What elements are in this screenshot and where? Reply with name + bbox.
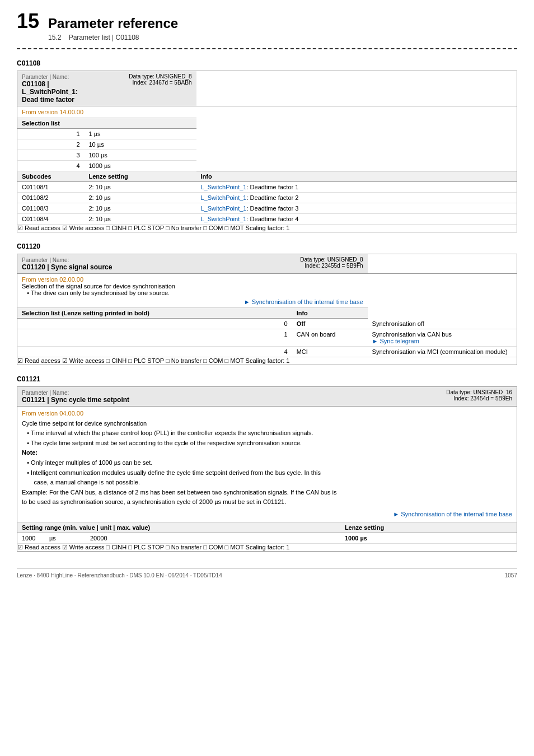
c01120-info-col: Info [292,308,368,319]
sel-num-3: 3 [17,150,85,161]
c01121-table: Parameter | Name: C01121 | Sync cycle ti… [17,386,517,552]
c01121-param-label: Parameter | Name: [22,390,69,396]
c01120-param-label: Parameter | Name: [22,257,69,263]
c01120-version: From version 02.00.00 [22,276,83,283]
subcodes-col3: Info [196,171,517,182]
table-row: 4 1000 µs [17,161,517,171]
c01121-max: 20000 [90,535,107,542]
c01108-data-type: Data type: UNSIGNED_8 [129,73,191,80]
sub-info-link-3[interactable]: L_SwitchPoint_1 [201,205,247,212]
c01120-selection-header: Selection list (Lenze setting printed in… [17,308,517,319]
subcodes-col2: Lenze setting [85,171,196,182]
c01121-version: From version 04.00.00 [22,410,83,417]
c01121-header-row: Parameter | Name: C01121 | Sync cycle ti… [17,387,517,407]
c01108-index: Index: 23467d = 5BABh [133,80,192,86]
sync-telegram-link[interactable]: Sync telegram [380,338,419,344]
c01120-sel-1-val: CAN on board [292,329,368,347]
c01108-selection-header: Selection list [17,118,517,129]
arrow-icon-3: ► [393,511,399,517]
c01121-footer: ☑ Read access ☑ Write access □ CINH □ PL… [17,543,517,551]
c01120-sync-link[interactable]: Synchronisation of the internal time bas… [252,298,363,305]
c01121-data-type: Data type: UNSIGNED_16 [446,389,512,395]
c01120-sel-0-info: Synchronisation off [368,319,517,329]
c01108-selection-label: Selection list [17,118,196,129]
sub-code-4: C01108/4 [17,214,85,225]
c01120-sel-4-num: 4 [17,347,292,357]
sub-info-link-4[interactable]: L_SwitchPoint_1 [201,216,247,222]
sub-info-2: L_SwitchPoint_1: Deadtime factor 2 [196,193,517,203]
sub-info-link-2[interactable]: L_SwitchPoint_1 [201,194,247,201]
table-row: 1 1 µs [17,129,517,139]
c01108-header-row: Parameter | Name: C01108 | L_SwitchPoint… [17,71,517,106]
table-row: 3 100 µs [17,150,517,161]
c01121-desc-cell: From version 04.00.00 Cycle time setpoin… [17,407,517,522]
c01108-version-row: From version 14.00.00 [17,106,517,118]
sub-setting-4: 2: 10 µs [85,214,196,225]
c01108-header-left: Parameter | Name: C01108 | L_SwitchPoint… [17,71,85,106]
table-row: C01108/1 2: 10 µs L_SwitchPoint_1: Deadt… [17,182,517,193]
c01108-header-right: Data type: UNSIGNED_8 Index: 23467d = 5B… [85,71,196,106]
c01121-desc-1: • Time interval at which the phase contr… [22,430,313,436]
c01121-example: Example: For the CAN bus, a distance of … [22,489,337,496]
c01121-header-left: Parameter | Name: C01121 | Sync cycle ti… [17,387,340,407]
arrow-icon: ► [244,298,250,305]
c01120-footer-row: ☑ Read access ☑ Write access □ CINH □ PL… [17,357,517,365]
sel-num-4: 4 [17,161,85,171]
c01120-table: Parameter | Name: C01120 | Sync signal s… [17,254,517,365]
c01121-sync-link[interactable]: Synchronisation of the internal time bas… [401,511,512,517]
sub-info-3: L_SwitchPoint_1: Deadtime factor 3 [196,203,517,214]
c01121-lenze-label: Lenze setting [340,522,517,533]
table-row: C01108/4 2: 10 µs L_SwitchPoint_1: Deadt… [17,214,517,225]
table-row: C01108/3 2: 10 µs L_SwitchPoint_1: Deadt… [17,203,517,214]
c01121-footer-row: ☑ Read access ☑ Write access □ CINH □ PL… [17,543,517,551]
c01121-range-values: 1000 µs 20000 [17,533,340,543]
c01120-version-row: From version 02.00.00 Selection of the s… [17,274,517,308]
sel-val-4: 1000 µs [85,161,196,171]
section-c01108-label: C01108 [17,59,517,67]
c01121-example-cont: to be used as synchronisation source, a … [22,498,286,505]
table-row: 0 Off Synchronisation off [17,319,517,329]
sel-val-1: 1 µs [85,129,196,139]
sub-code-1: C01108/1 [17,182,85,193]
c01121-desc-2: • The cycle time setpoint must be set ac… [22,440,302,446]
sel-num-1: 1 [17,129,85,139]
c01108-version: From version 14.00.00 [17,106,196,118]
section-divider [17,48,517,49]
page-header: 15 Parameter reference [17,11,517,31]
c01121-note-1: • Only integer multiples of 1000 µs can … [22,459,152,466]
arrow-icon-2: ► [372,338,378,344]
sub-info-1: L_SwitchPoint_1: Deadtime factor 1 [196,182,517,193]
sub-code-2: C01108/2 [17,193,85,203]
sel-num-2: 2 [17,139,85,150]
c01121-lenze-val: 1000 µs [345,535,367,542]
c01108-footer: ☑ Read access ☑ Write access □ CINH □ PL… [17,225,517,232]
c01120-version-desc: From version 02.00.00 Selection of the s… [17,274,368,308]
c01121-unit: µs [49,535,56,542]
chapter-number: 15 [17,11,39,31]
c01108-subcodes-header: Subcodes Lenze setting Info [17,171,517,182]
subcodes-col1: Subcodes [17,171,85,182]
c01121-param-name: C01121 | Sync cycle time setpoint [22,396,129,404]
c01120-sel-4-info: Synchronisation via MCI (communication m… [368,347,517,357]
c01120-sel-1-info: Synchronisation via CAN bus ► Sync teleg… [368,329,517,347]
c01108-param-label: Parameter | Name: [22,74,69,80]
c01121-range-header: Setting range (min. value | unit | max. … [17,522,517,533]
c01108-table: Parameter | Name: C01108 | L_SwitchPoint… [17,71,517,232]
c01121-note-2b: case, a manual change is not possible. [22,479,140,486]
sub-setting-2: 2: 10 µs [85,193,196,203]
sub-info-link-1[interactable]: L_SwitchPoint_1 [201,184,247,190]
sub-setting-1: 2: 10 µs [85,182,196,193]
footer-left: Lenze · 8400 HighLine · Referenzhandbuch… [17,572,222,578]
section-c01121-label: C01121 [17,375,517,383]
c01121-min: 1000 [22,535,35,542]
c01121-desc-0: Cycle time setpoint for device synchroni… [22,420,147,427]
c01120-sel-4-val: MCI [292,347,368,357]
sub-code-3: C01108/3 [17,203,85,214]
sel-val-2: 10 µs [85,139,196,150]
c01108-param-name: C01108 | L_SwitchPoint_1: Dead time fact… [22,80,78,104]
c01120-desc-1: Selection of the signal source for devic… [22,283,175,290]
c01121-note-2: • Intelligent communication modules usua… [22,469,321,476]
c01121-index: Index: 23454d = 5B9Eh [453,395,512,402]
c01120-sel-0-num: 0 [17,319,292,329]
c01121-range-label: Setting range (min. value | unit | max. … [17,522,340,533]
